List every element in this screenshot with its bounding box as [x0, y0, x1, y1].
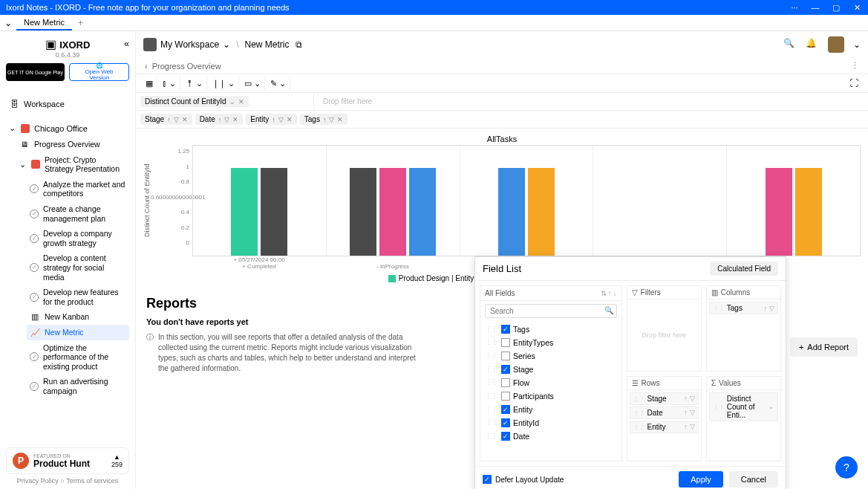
- filter-icon: ▽: [690, 423, 695, 430]
- field-search-input[interactable]: [485, 304, 617, 318]
- breadcrumb-text[interactable]: Progress Overview: [152, 62, 221, 71]
- tool-expand[interactable]: ⛶: [846, 76, 862, 91]
- field-item[interactable]: ⋮⋮Participants: [482, 389, 620, 403]
- task-item[interactable]: ✓Develop new features for the product: [27, 285, 129, 309]
- add-report-button[interactable]: + Add Report: [790, 337, 858, 357]
- sort-icon[interactable]: ⇅: [601, 289, 607, 297]
- sidebar-collapse-icon[interactable]: «: [124, 39, 129, 49]
- nav-progress-overview[interactable]: 🖥 Progress Overview: [16, 137, 129, 152]
- task-item[interactable]: ✓Develop a company growth strategy: [27, 226, 129, 250]
- window-titlebar: Ixord Notes - IXORD - Free note app for …: [0, 0, 868, 15]
- filter-icon: ▽: [224, 116, 229, 123]
- grip-icon: ⋮⋮: [485, 339, 498, 346]
- sort-icon: ↑: [684, 423, 688, 430]
- close-button[interactable]: ✕: [852, 3, 862, 13]
- panel-title: Field List: [483, 263, 521, 274]
- tool-export[interactable]: ⭱⌄: [182, 77, 207, 91]
- nav-chicago-office[interactable]: ⌄ Chicago Office: [6, 120, 129, 137]
- filters-dropzone[interactable]: ▽Filters Drop filter here: [627, 285, 702, 372]
- drop-pill[interactable]: ⋮⋮Distinct Count of Enti...⌄: [709, 392, 778, 421]
- filter-icon: ▽: [690, 409, 695, 416]
- tool-format[interactable]: ✎⌄: [267, 77, 290, 91]
- brand-block: ▣ IXORD 0.6.4.39 «: [6, 37, 129, 59]
- field-item[interactable]: ⋮⋮EntityTypes: [482, 336, 620, 349]
- values-dropzone[interactable]: ΣValues ⋮⋮Distinct Count of Enti...⌄: [706, 376, 781, 462]
- sigma-icon: Σ: [711, 379, 716, 387]
- grip-icon: ⋮⋮: [713, 404, 725, 410]
- cancel-button[interactable]: Cancel: [729, 471, 778, 488]
- search-icon[interactable]: 🔍: [783, 38, 797, 51]
- task-item[interactable]: ✓Run an advertising campaign: [27, 374, 129, 398]
- tab-add-button[interactable]: +: [72, 16, 89, 30]
- help-fab[interactable]: ?: [835, 456, 858, 479]
- checkbox-icon: ✓: [501, 405, 510, 414]
- grip-icon: ⋮⋮: [485, 433, 498, 440]
- field-item[interactable]: ⋮⋮Flow: [482, 376, 620, 389]
- field-item[interactable]: ⋮⋮Series: [482, 349, 620, 363]
- y-axis-label: Distinct Count of EntityId: [143, 145, 151, 256]
- nav-project[interactable]: ⌄ Project: Crypto Strategy Presentation: [16, 152, 129, 177]
- google-play-badge[interactable]: GET IT ON Google Play: [6, 63, 65, 81]
- tool-grand[interactable]: ▭⌄: [241, 77, 265, 91]
- field-item[interactable]: ⋮⋮✓EntityId: [482, 416, 620, 430]
- maximize-button[interactable]: ▢: [831, 3, 841, 13]
- workspace-selector[interactable]: My Workspace ⌄: [143, 38, 230, 51]
- field-item[interactable]: ⋮⋮✓Date: [482, 430, 620, 443]
- columns-dropzone[interactable]: ▥Columns ⋮⋮Tags↑▽: [706, 285, 781, 372]
- drop-pill[interactable]: ⋮⋮Date↑▽: [630, 407, 699, 419]
- open-web-button[interactable]: 🌐 Open Web Version: [69, 63, 129, 81]
- open-external-icon[interactable]: ⧉: [296, 39, 302, 50]
- row-pill-date[interactable]: Date↑▽✕: [195, 114, 244, 125]
- user-avatar[interactable]: [828, 36, 844, 53]
- drop-pill[interactable]: ⋮⋮Stage↑▽: [630, 392, 699, 405]
- filter-icon: ▽: [690, 395, 695, 402]
- chevron-down-icon: ⌄: [19, 160, 27, 169]
- sort-desc-icon[interactable]: ↓: [613, 289, 617, 297]
- filter-drop-hint: Drop filter here: [319, 97, 372, 106]
- task-item[interactable]: ✓Develop a content strategy for social m…: [27, 250, 129, 285]
- row-pill-entity[interactable]: Entity↑▽✕: [246, 114, 297, 125]
- tab-new-metric[interactable]: New Metric: [16, 16, 72, 30]
- search-icon: 🔍: [604, 306, 613, 314]
- sort-icon: ↑: [684, 409, 688, 416]
- minimize-button[interactable]: —: [810, 3, 820, 12]
- sort-asc-icon[interactable]: ↑: [608, 289, 612, 297]
- row-pill-stage[interactable]: Stage↑▽✕: [140, 114, 192, 125]
- checkbox-icon: ✓: [501, 432, 510, 441]
- task-item[interactable]: ✓Optimize the performance of the existin…: [27, 340, 129, 375]
- drop-pill[interactable]: ⋮⋮Entity↑▽: [630, 421, 699, 433]
- folder-icon: [21, 124, 30, 133]
- rows-dropzone[interactable]: ☰Rows ⋮⋮Stage↑▽⋮⋮Date↑▽⋮⋮Entity↑▽: [627, 376, 702, 462]
- brand-name: IXORD: [59, 39, 90, 51]
- tool-table[interactable]: ▦: [142, 77, 157, 91]
- drop-pill[interactable]: ⋮⋮Tags↑▽: [709, 302, 778, 314]
- nav-workspace[interactable]: 🗄 Workspace: [6, 96, 129, 112]
- chevron-down-icon[interactable]: ⌄: [853, 39, 861, 50]
- field-item[interactable]: ⋮⋮✓Tags: [482, 323, 620, 336]
- privacy-link[interactable]: Privacy Policy: [17, 477, 59, 485]
- grip-icon: ⋮⋮: [485, 419, 498, 427]
- tab-back-icon[interactable]: ⌄: [4, 18, 16, 28]
- metric-pill[interactable]: Distinct Count of EntityId⌄✕: [140, 96, 249, 107]
- row-pill-tags[interactable]: Tags↑▽✕: [300, 114, 348, 125]
- kebab-icon[interactable]: ⋮: [851, 61, 859, 71]
- terms-link[interactable]: Terms of services: [66, 477, 118, 485]
- back-icon[interactable]: ‹: [145, 62, 148, 71]
- calculated-field-button[interactable]: Calculated Field: [710, 262, 778, 276]
- nav-new-kanban[interactable]: ▥New Kanban: [27, 309, 129, 325]
- task-item[interactable]: ✓Create a change management plan: [27, 201, 129, 226]
- tool-subtotal[interactable]: ❘❘⌄: [209, 77, 239, 91]
- overflow-icon[interactable]: ···: [789, 3, 800, 12]
- bell-icon[interactable]: 🔔: [806, 38, 819, 51]
- nav-new-metric[interactable]: 📈New Metric: [27, 325, 129, 340]
- tool-bar[interactable]: ⫿⌄: [159, 77, 180, 91]
- defer-checkbox[interactable]: ✓ Defer Layout Update: [483, 475, 564, 484]
- field-item[interactable]: ⋮⋮✓Stage: [482, 363, 620, 376]
- task-item[interactable]: ✓Analyze the market and competitors: [27, 177, 129, 201]
- apply-button[interactable]: Apply: [679, 471, 723, 488]
- chart-toolbar: ▦ ⫿⌄ ⭱⌄ ❘❘⌄ ▭⌄ ✎⌄ ⛶: [136, 74, 868, 93]
- field-item[interactable]: ⋮⋮✓Entity: [482, 403, 620, 416]
- footer-links: Privacy Policy ○ Terms of services: [6, 477, 129, 485]
- product-hunt-card[interactable]: P FEATURED ON Product Hunt ▲ 259: [6, 447, 129, 474]
- breadcrumb-row: ‹ Progress Overview ⋮: [136, 58, 868, 74]
